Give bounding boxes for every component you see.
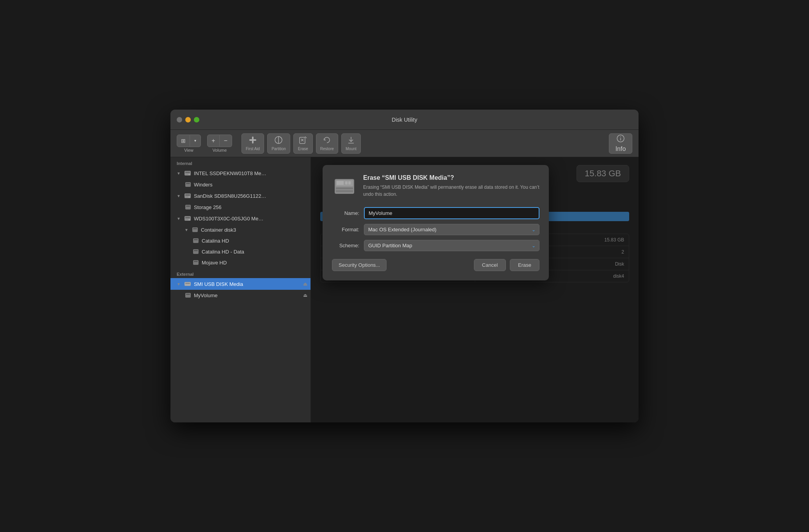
modal-buttons: Security Options... Cancel Erase bbox=[332, 259, 539, 271]
name-label: Name: bbox=[332, 210, 359, 216]
svg-rect-16 bbox=[186, 183, 190, 184]
button-group: Cancel Erase bbox=[474, 259, 539, 271]
titlebar: Disk Utility bbox=[170, 110, 639, 130]
first-aid-icon bbox=[248, 136, 257, 145]
info-icon bbox=[616, 134, 625, 144]
modal-header: Erase “SMI USB DISK Media”? Erasing “SMI… bbox=[332, 174, 539, 199]
svg-rect-1 bbox=[249, 139, 256, 141]
scheme-value: GUID Partition Map bbox=[368, 243, 412, 248]
sidebar-item-catalina-hd-data[interactable]: Catalina HD - Data bbox=[170, 246, 310, 257]
sidebar-item-storage256[interactable]: Storage 256 bbox=[170, 202, 310, 213]
svg-rect-27 bbox=[193, 238, 199, 243]
view-button[interactable]: ⊞ bbox=[177, 135, 190, 147]
restore-button[interactable]: Restore bbox=[316, 133, 338, 154]
sidebar-item-label: Catalina HD - Data bbox=[202, 249, 244, 255]
format-label: Format: bbox=[332, 227, 359, 232]
traffic-lights bbox=[177, 117, 199, 122]
minimize-button[interactable] bbox=[185, 117, 191, 122]
svg-rect-21 bbox=[186, 206, 190, 207]
internal-section-header: Internal bbox=[170, 157, 310, 167]
svg-rect-43 bbox=[348, 181, 351, 184]
svg-point-24 bbox=[188, 219, 190, 220]
main-area: 15.83 GB Location: External Capacity: bbox=[311, 157, 639, 422]
erase-icon bbox=[299, 136, 307, 145]
erase-button[interactable]: Erase bbox=[293, 133, 313, 154]
sidebar-item-label: SMI USB DISK Media bbox=[194, 281, 243, 287]
svg-point-14 bbox=[188, 174, 190, 175]
maximize-button[interactable] bbox=[194, 117, 199, 122]
sidebar-item-smi-usb[interactable]: ▼ SMI USB DISK Media ⏏ bbox=[170, 278, 310, 290]
sidebar: Internal ▼ INTEL SSDPEKNW010T8 Me… bbox=[170, 157, 311, 422]
info-label: Info bbox=[616, 145, 626, 153]
name-row: Name: bbox=[332, 207, 539, 219]
format-select[interactable]: Mac OS Extended (Journaled) bbox=[364, 224, 539, 235]
eject-icon[interactable]: ⏏ bbox=[303, 281, 307, 287]
sidebar-item-label: WDS100T3X0C-00SJG0 Me… bbox=[194, 216, 263, 222]
modal-title: Erase “SMI USB DISK Media”? bbox=[363, 174, 539, 181]
chevron-down-icon: ▼ bbox=[177, 216, 181, 221]
chevron-down-icon: ▼ bbox=[177, 171, 181, 176]
sidebar-icon: ⊞ bbox=[181, 138, 186, 144]
volume-icon bbox=[185, 181, 192, 188]
sidebar-item-catalina-hd[interactable]: Catalina HD bbox=[170, 235, 310, 246]
svg-rect-32 bbox=[194, 261, 198, 262]
volume-icon bbox=[192, 248, 199, 255]
mount-button[interactable]: Mount bbox=[341, 133, 361, 154]
view-dropdown-button[interactable]: ▾ bbox=[190, 135, 201, 147]
svg-rect-26 bbox=[193, 228, 197, 229]
eject-icon[interactable]: ⏏ bbox=[303, 293, 307, 298]
remove-volume-button[interactable]: − bbox=[220, 135, 232, 147]
sidebar-item-container-disk3[interactable]: ▼ Container disk3 bbox=[170, 224, 310, 235]
sidebar-item-sandisk[interactable]: ▼ SanDisk SD8SN8U256G1122… bbox=[170, 190, 310, 202]
window-title: Disk Utility bbox=[392, 117, 417, 123]
usb-drive-icon bbox=[184, 280, 192, 288]
svg-rect-25 bbox=[192, 227, 198, 232]
chevron-down-icon: ▼ bbox=[185, 228, 188, 232]
erase-button[interactable]: Erase bbox=[510, 259, 539, 271]
sidebar-item-label: Storage 256 bbox=[194, 204, 222, 210]
modal-overlay: Erase “SMI USB DISK Media”? Erasing “SMI… bbox=[311, 157, 639, 422]
svg-point-19 bbox=[188, 197, 190, 198]
svg-rect-36 bbox=[186, 294, 190, 295]
restore-icon bbox=[323, 136, 331, 145]
erase-label: Erase bbox=[298, 147, 308, 151]
modal-title-area: Erase “SMI USB DISK Media”? Erasing “SMI… bbox=[363, 174, 539, 198]
svg-rect-20 bbox=[185, 205, 191, 209]
format-select-wrapper: Mac OS Extended (Journaled) ⌄ bbox=[364, 224, 539, 235]
chevron-down-icon: ▼ bbox=[177, 282, 181, 286]
sidebar-item-intel-ssd[interactable]: ▼ INTEL SSDPEKNW010T8 Me… bbox=[170, 167, 310, 179]
first-aid-button[interactable]: First Aid bbox=[241, 133, 264, 154]
view-label: View bbox=[184, 148, 193, 153]
volume-icon bbox=[192, 259, 199, 266]
sidebar-item-winders[interactable]: Winders bbox=[170, 179, 310, 190]
sidebar-item-wds100[interactable]: ▼ WDS100T3X0C-00SJG0 Me… bbox=[170, 213, 310, 224]
svg-point-11 bbox=[620, 137, 621, 137]
content-area: Internal ▼ INTEL SSDPEKNW010T8 Me… bbox=[170, 157, 639, 422]
volume-label: Volume bbox=[213, 148, 227, 153]
partition-button[interactable]: Partition bbox=[267, 133, 290, 154]
sidebar-item-label: Winders bbox=[194, 182, 213, 188]
mount-icon bbox=[347, 136, 355, 145]
scheme-select-wrapper: GUID Partition Map ⌄ bbox=[364, 240, 539, 251]
sidebar-item-label: Container disk3 bbox=[201, 227, 236, 233]
restore-label: Restore bbox=[320, 147, 334, 151]
svg-rect-31 bbox=[193, 260, 199, 265]
volume-icon bbox=[192, 237, 199, 244]
sidebar-item-label: Catalina HD bbox=[202, 238, 229, 244]
svg-rect-42 bbox=[345, 181, 348, 184]
info-button[interactable]: Info bbox=[609, 133, 632, 154]
svg-rect-13 bbox=[185, 172, 190, 173]
sidebar-item-myvolume[interactable]: MyVolume ⏏ bbox=[170, 290, 310, 301]
partition-icon bbox=[274, 136, 283, 145]
add-volume-button[interactable]: + bbox=[207, 135, 220, 147]
sidebar-item-mojave-hd[interactable]: Mojave HD bbox=[170, 257, 310, 268]
name-input[interactable] bbox=[364, 207, 539, 219]
svg-rect-15 bbox=[185, 182, 191, 187]
svg-rect-39 bbox=[336, 188, 353, 189]
svg-rect-28 bbox=[194, 239, 198, 240]
close-button[interactable] bbox=[177, 117, 182, 122]
svg-rect-41 bbox=[337, 181, 344, 185]
scheme-select[interactable]: GUID Partition Map bbox=[364, 240, 539, 251]
security-options-button[interactable]: Security Options... bbox=[332, 259, 387, 271]
cancel-button[interactable]: Cancel bbox=[474, 259, 506, 271]
